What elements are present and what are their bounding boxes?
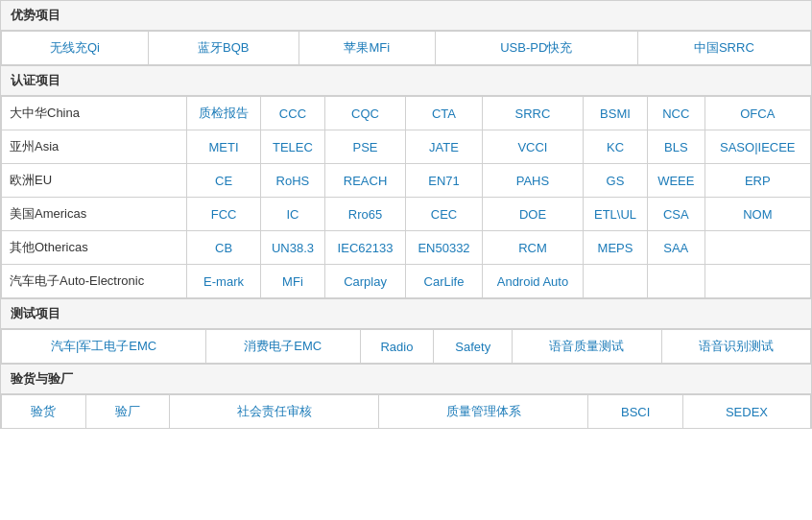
cert-item[interactable]: DOE bbox=[482, 198, 583, 231]
cert-item[interactable]: ETL\UL bbox=[584, 198, 648, 231]
row-label-others: 其他Othericas bbox=[2, 231, 187, 265]
certifications-title: 认证项目 bbox=[1, 66, 811, 96]
cert-item[interactable]: CB bbox=[187, 231, 261, 265]
cert-item[interactable]: E-mark bbox=[187, 265, 261, 298]
testing-section: 测试项目 汽车|军工电子EMC 消费电子EMC Radio Safety 语音质… bbox=[0, 298, 812, 365]
advantage-item[interactable]: 无线充Qi bbox=[2, 32, 149, 65]
testing-item[interactable]: 消费电子EMC bbox=[206, 330, 361, 364]
cert-item[interactable]: OFCA bbox=[705, 97, 810, 130]
testing-table: 汽车|军工电子EMC 消费电子EMC Radio Safety 语音质量测试 语… bbox=[1, 329, 811, 364]
cert-item[interactable]: PAHS bbox=[482, 164, 583, 198]
cert-item bbox=[705, 265, 810, 298]
inspection-item[interactable]: BSCI bbox=[588, 395, 683, 429]
cert-item[interactable]: KC bbox=[584, 130, 648, 164]
cert-item[interactable]: UN38.3 bbox=[261, 231, 325, 265]
testing-title: 测试项目 bbox=[1, 299, 811, 329]
table-row: 亚州Asia METI TELEC PSE JATE VCCI KC BLS S… bbox=[2, 130, 811, 164]
testing-item[interactable]: Safety bbox=[434, 330, 513, 364]
inspection-item[interactable]: 社会责任审核 bbox=[170, 395, 379, 429]
cert-item[interactable]: CEC bbox=[406, 198, 483, 231]
inspection-item[interactable]: 质量管理体系 bbox=[379, 395, 588, 429]
testing-item[interactable]: 汽车|军工电子EMC bbox=[2, 330, 206, 364]
row-label-china: 大中华China bbox=[2, 97, 187, 130]
advantage-item[interactable]: 蓝牙BQB bbox=[148, 32, 299, 65]
cert-item[interactable]: SASO|IECEE bbox=[705, 130, 810, 164]
table-row: 欧洲EU CE RoHS REACH EN71 PAHS GS WEEE ERP bbox=[2, 164, 811, 198]
cert-item[interactable]: NCC bbox=[647, 97, 705, 130]
cert-item bbox=[584, 265, 648, 298]
advantages-title: 优势项目 bbox=[1, 1, 811, 31]
row-label-auto: 汽车电子Auto-Electronic bbox=[2, 265, 187, 298]
table-row: 美国Americas FCC IC Rro65 CEC DOE ETL\UL C… bbox=[2, 198, 811, 231]
cert-item[interactable]: SRRC bbox=[482, 97, 583, 130]
cert-item[interactable]: VCCI bbox=[482, 130, 583, 164]
cert-item[interactable]: MFi bbox=[261, 265, 325, 298]
advantage-item[interactable]: USB-PD快充 bbox=[435, 32, 637, 65]
cert-item[interactable]: RCM bbox=[482, 231, 583, 265]
cert-item[interactable]: ERP bbox=[705, 164, 810, 198]
cert-item[interactable]: PSE bbox=[324, 130, 405, 164]
cert-item[interactable]: TELEC bbox=[261, 130, 325, 164]
inspection-title: 验货与验厂 bbox=[1, 365, 811, 394]
table-row: 其他Othericas CB UN38.3 IEC62133 EN50332 R… bbox=[2, 231, 811, 265]
cert-item bbox=[647, 265, 705, 298]
cert-item[interactable]: CarLife bbox=[406, 265, 483, 298]
cert-item[interactable]: Carplay bbox=[324, 265, 405, 298]
cert-item[interactable]: NOM bbox=[705, 198, 810, 231]
testing-item[interactable]: 语音质量测试 bbox=[513, 330, 661, 364]
cert-item[interactable]: WEEE bbox=[647, 164, 705, 198]
inspection-item[interactable]: 验货 bbox=[2, 395, 86, 429]
inspection-table: 验货 验厂 社会责任审核 质量管理体系 BSCI SEDEX bbox=[1, 394, 811, 429]
cert-item[interactable]: REACH bbox=[324, 164, 405, 198]
cert-item[interactable]: IEC62133 bbox=[324, 231, 405, 265]
certifications-section: 认证项目 大中华China 质检报告 CCC CQC CTA SRRC BSMI… bbox=[0, 65, 812, 299]
cert-item[interactable]: Android Auto bbox=[482, 265, 583, 298]
cert-item[interactable]: 质检报告 bbox=[187, 97, 261, 130]
testing-item[interactable]: Radio bbox=[360, 330, 434, 364]
cert-item[interactable]: BSMI bbox=[584, 97, 648, 130]
certifications-table: 大中华China 质检报告 CCC CQC CTA SRRC BSMI NCC … bbox=[1, 96, 811, 298]
inspection-item[interactable]: 验厂 bbox=[85, 395, 170, 429]
cert-item[interactable]: Rro65 bbox=[324, 198, 405, 231]
cert-item[interactable]: SAA bbox=[647, 231, 705, 265]
advantages-table: 无线充Qi 蓝牙BQB 苹果MFi USB-PD快充 中国SRRC bbox=[1, 31, 811, 65]
inspection-section: 验货与验厂 验货 验厂 社会责任审核 质量管理体系 BSCI SEDEX bbox=[0, 364, 812, 429]
cert-item[interactable]: METI bbox=[187, 130, 261, 164]
cert-item[interactable]: RoHS bbox=[261, 164, 325, 198]
advantages-section: 优势项目 无线充Qi 蓝牙BQB 苹果MFi USB-PD快充 中国SRRC bbox=[0, 0, 812, 66]
cert-item[interactable]: JATE bbox=[406, 130, 483, 164]
cert-item[interactable]: CQC bbox=[324, 97, 405, 130]
cert-item[interactable]: CTA bbox=[406, 97, 483, 130]
cert-item[interactable]: EN50332 bbox=[406, 231, 483, 265]
cert-item bbox=[705, 231, 810, 265]
cert-item[interactable]: MEPS bbox=[584, 231, 648, 265]
testing-item[interactable]: 语音识别测试 bbox=[661, 330, 810, 364]
cert-item[interactable]: GS bbox=[584, 164, 648, 198]
cert-item[interactable]: IC bbox=[261, 198, 325, 231]
cert-item[interactable]: EN71 bbox=[406, 164, 483, 198]
cert-item[interactable]: CE bbox=[187, 164, 261, 198]
advantage-item[interactable]: 中国SRRC bbox=[637, 32, 810, 65]
row-label-asia: 亚州Asia bbox=[2, 130, 187, 164]
cert-item[interactable]: FCC bbox=[187, 198, 261, 231]
row-label-americas: 美国Americas bbox=[2, 198, 187, 231]
cert-item[interactable]: CSA bbox=[647, 198, 705, 231]
cert-item[interactable]: BLS bbox=[647, 130, 705, 164]
cert-item[interactable]: CCC bbox=[261, 97, 325, 130]
inspection-item[interactable]: SEDEX bbox=[682, 395, 810, 429]
table-row: 大中华China 质检报告 CCC CQC CTA SRRC BSMI NCC … bbox=[2, 97, 811, 130]
table-row: 汽车电子Auto-Electronic E-mark MFi Carplay C… bbox=[2, 265, 811, 298]
row-label-eu: 欧洲EU bbox=[2, 164, 187, 198]
advantage-item[interactable]: 苹果MFi bbox=[299, 32, 435, 65]
